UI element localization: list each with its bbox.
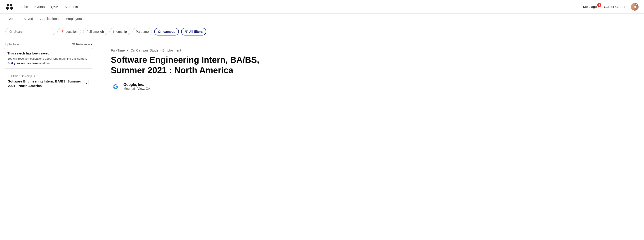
messages-badge: 4 <box>597 3 601 7</box>
company-info: Google, Inc. Mountain View, CA <box>124 83 150 90</box>
filter-chip-oncampus[interactable]: On-campus <box>154 28 179 35</box>
company-logo <box>111 82 120 91</box>
nav-links: Jobs Events Q&A Students <box>21 4 583 9</box>
saved-search-banner: This search has been saved! You will rec… <box>4 48 94 69</box>
pin-icon: 📍 <box>61 30 64 33</box>
sort-chevron-icon: ▾ <box>91 42 92 46</box>
filter-bar: 📍 Location Full-time job Internship Part… <box>0 24 644 39</box>
job-card-meta: Full-time • On-campus <box>8 75 90 78</box>
sort-icon <box>72 43 75 46</box>
svg-line-5 <box>12 32 12 33</box>
sort-control[interactable]: Relevance ▾ <box>72 42 92 46</box>
results-header: 2 jobs found Relevance ▾ <box>0 39 97 48</box>
tab-saved[interactable]: Saved <box>20 13 37 24</box>
tab-applications[interactable]: Applications <box>37 13 62 24</box>
search-box[interactable] <box>6 28 55 35</box>
career-center-button[interactable]: Career Center <box>604 5 626 8</box>
sub-navigation: Jobs Saved Applications Employers <box>0 13 644 24</box>
nav-events[interactable]: Events <box>34 4 45 9</box>
job-card[interactable]: Full-time • On-campus Software Engineeri… <box>4 71 94 91</box>
nav-students[interactable]: Students <box>64 4 78 9</box>
job-detail-meta: Full-Time • On Campus Student Employment <box>111 48 630 52</box>
company-location: Mountain View, CA <box>124 87 150 90</box>
avatar[interactable]: M 29 <box>631 3 638 11</box>
left-panel: 2 jobs found Relevance ▾ This search has… <box>0 39 97 240</box>
svg-rect-3 <box>10 6 13 10</box>
main-layout: 2 jobs found Relevance ▾ This search has… <box>0 39 644 240</box>
nav-right: Messages 4 Career Center M 29 <box>583 3 638 11</box>
filter-chip-internship[interactable]: Internship <box>110 28 130 35</box>
results-count: 2 jobs found <box>4 42 20 46</box>
bookmark-icon[interactable] <box>84 79 90 85</box>
job-card-title: Software Engineering Intern, BA/BS, Summ… <box>8 79 84 88</box>
company-name: Google, Inc. <box>124 83 150 87</box>
filter-chip-fulltime[interactable]: Full-time job <box>83 28 107 35</box>
right-panel: Full-Time • On Campus Student Employment… <box>97 39 644 240</box>
avatar-badge: 29 <box>636 3 638 6</box>
filter-icon <box>185 30 188 33</box>
nav-jobs[interactable]: Jobs <box>21 4 28 9</box>
svg-point-1 <box>10 4 12 6</box>
tab-jobs[interactable]: Jobs <box>6 13 20 24</box>
search-icon <box>9 30 12 33</box>
saved-banner-text: You will receive notifications about job… <box>8 56 90 65</box>
saved-banner-title: This search has been saved! <box>8 51 90 55</box>
job-card-body: Software Engineering Intern, BA/BS, Summ… <box>8 79 90 88</box>
filter-chip-allfilters[interactable]: All filters <box>181 28 206 35</box>
filter-chip-location[interactable]: 📍 Location <box>58 28 81 35</box>
search-input[interactable] <box>14 30 51 33</box>
company-row: Google, Inc. Mountain View, CA <box>111 82 630 91</box>
filter-chip-parttime[interactable]: Part-time <box>132 28 152 35</box>
job-detail-title: Software Engineering Intern, BA/BS, Summ… <box>111 55 269 75</box>
logo[interactable] <box>6 3 14 11</box>
logo-icon <box>6 3 14 11</box>
svg-rect-2 <box>6 6 8 10</box>
top-navigation: Jobs Events Q&A Students Messages 4 Care… <box>0 0 644 13</box>
svg-point-0 <box>7 4 9 6</box>
tab-employers[interactable]: Employers <box>62 13 86 24</box>
messages-button[interactable]: Messages 4 <box>583 5 598 8</box>
edit-notifications-link[interactable]: Edit your notifications <box>8 61 38 65</box>
nav-qa[interactable]: Q&A <box>51 4 58 9</box>
